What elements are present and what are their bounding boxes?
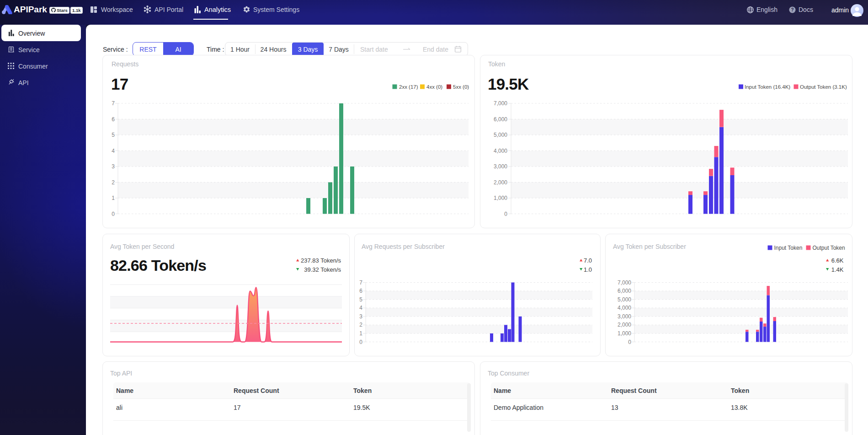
svg-text:?: ? <box>791 7 793 12</box>
